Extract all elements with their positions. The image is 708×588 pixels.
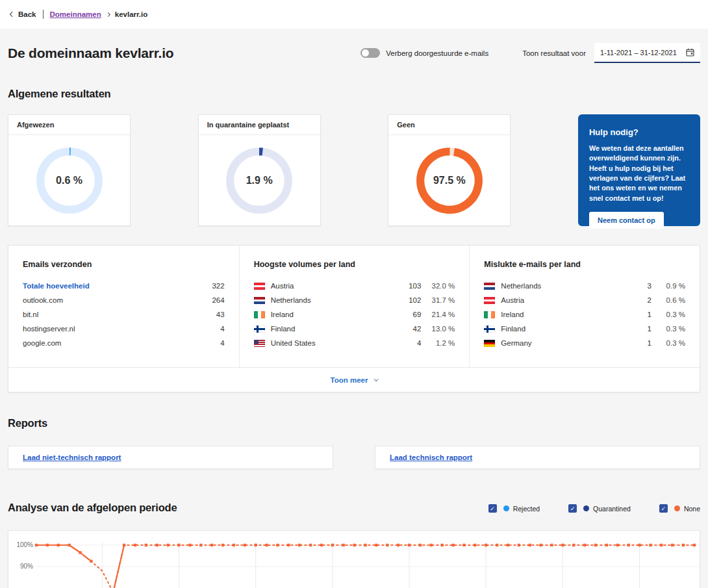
row-count: 42 [398,325,421,333]
row-percent: 0.9 % [651,282,685,290]
legend-dot [674,505,680,511]
row-count: 4 [201,339,225,347]
row-label: Ireland [254,311,398,318]
row-percent: 0.3 % [651,311,685,318]
failed-emails-rows: Netherlands30.9 %Austria20.6 %Ireland10.… [484,279,685,350]
stats-card: Emails verzonden Totale hoeveelheid322ou… [8,245,700,392]
breadcrumb-current: kevlarr.io [115,10,148,18]
breadcrumb-link-domeinnamen[interactable]: Domeinnamen [50,10,101,18]
table-row: Totale hoeveelheid322 [23,279,225,293]
row-label: Finland [484,325,628,333]
table-row: Netherlands30.9 % [484,279,685,293]
row-count: 1 [628,339,651,347]
legend-checkbox-rejected[interactable]: ✓ [488,504,497,513]
failed-emails-title: Mislukte e-mails per land [484,260,685,269]
legend-item-rejected: ✓Rejected [488,504,540,513]
table-row: Austria20.6 % [484,293,685,307]
row-count: 69 [398,311,421,318]
contact-button[interactable]: Neem contact op [589,212,664,229]
table-row: outlook.com264 [23,293,225,307]
row-count: 3 [628,282,651,290]
ie-flag-icon [254,311,265,318]
row-count: 4 [398,339,421,347]
chevron-left-icon [10,12,15,17]
result-card-title: Geen [388,115,510,135]
date-range-value: 1-11-2021 – 31-12-2021 [600,49,686,57]
legend-dot [583,505,589,511]
row-percent: 13.0 % [421,325,455,333]
result-card: Afgewezen0.6 % [8,114,131,226]
volumes-rows: Austria10332.0 %Netherlands10231.7 %Irel… [254,279,455,350]
total-amount-link[interactable]: Totale hoeveelheid [23,282,201,290]
back-button[interactable]: Back [10,10,36,18]
row-count: 4 [201,325,225,333]
page-header: De domeinnaam kevlarr.io Verberg doorges… [8,43,700,63]
row-count: 1 [628,325,651,333]
volumes-table: Hoogste volumes per land Austria10332.0 … [239,246,470,367]
chart-legend: ✓Rejected✓Quarantined✓None [488,504,700,514]
back-label: Back [18,10,36,18]
table-row: Finland10.3 % [484,322,685,336]
nontechnical-report-link[interactable]: Laad niet-technisch rapport [23,454,121,461]
legend-label: None [684,505,700,513]
row-label: Finland [254,325,398,333]
legend-checkbox-quarantined[interactable]: ✓ [568,504,577,513]
table-row: Germany10.3 % [484,336,685,350]
technical-report-link[interactable]: Laad technisch rapport [390,454,472,461]
row-percent: 21.4 % [421,311,455,318]
row-percent: 0.3 % [651,325,685,333]
breadcrumb-divider [43,10,44,19]
help-card-title: Hulp nodig? [589,127,689,137]
result-card-title: Afgewezen [8,115,130,135]
emails-sent-table: Emails verzonden Totale hoeveelheid322ou… [8,246,239,367]
show-more-label: Toon meer [331,376,368,384]
table-row: google.com4 [23,336,225,350]
row-label: Austria [484,296,628,304]
at-flag-icon [254,283,265,290]
donut-chart: 1.9 % [199,135,320,226]
legend-dot [503,505,509,511]
analysis-chart: 100%90% [8,536,700,588]
donut-chart: 0.6 % [8,135,130,226]
de-flag-icon [484,340,495,347]
table-row: United States41.2 % [254,336,455,350]
report-card-nontechnical: Laad niet-technisch rapport [8,446,333,469]
row-label: google.com [23,339,201,347]
row-label: Austria [254,282,398,290]
svg-text:100%: 100% [16,541,33,548]
table-row: Netherlands10231.7 % [254,293,455,307]
row-count: 1 [628,311,651,318]
row-percent: 32.0 % [421,282,455,290]
at-flag-icon [484,297,495,304]
date-range-label: Toon resultaat voor [522,49,586,57]
show-more-button[interactable]: Toon meer [8,367,700,392]
legend-checkbox-none[interactable]: ✓ [659,504,668,513]
row-label: Germany [484,339,628,347]
analysis-chart-card: 100%90% [8,530,700,588]
hide-forwarded-toggle[interactable] [360,48,380,58]
row-percent: 31.7 % [421,296,455,304]
legend-item-quarantined: ✓Quarantined [568,504,631,513]
section-title-reports: Reports [8,417,700,429]
failed-emails-table: Mislukte e-mails per land Netherlands30.… [469,246,700,367]
date-range-picker[interactable]: 1-11-2021 – 31-12-2021 [594,43,700,63]
row-count: 43 [201,311,225,318]
volumes-title: Hoogste volumes per land [254,260,455,269]
row-label: hostingserver.nl [23,325,201,333]
legend-label: Quarantined [593,505,631,513]
donut-value: 0.6 % [56,175,82,186]
donut-value: 1.9 % [246,175,273,186]
row-count: 2 [628,296,651,304]
fi-flag-icon [254,326,265,333]
row-percent: 0.6 % [651,296,685,304]
toggle-label: Verberg doorgestuurde e-mails [386,49,488,57]
row-label: United States [254,339,398,347]
breadcrumb: Back Domeinnamen kevlarr.io [0,0,708,29]
fi-flag-icon [484,326,495,333]
section-title-overview: Algemene resultaten [8,88,700,100]
donut-chart: 97.5 % [388,135,510,226]
row-label: bit.nl [23,311,201,318]
help-card: Hulp nodig? We weten dat deze aantallen … [578,114,700,226]
page-title: De domeinnaam kevlarr.io [8,45,173,61]
result-card-title: In quarantaine geplaatst [199,115,320,135]
